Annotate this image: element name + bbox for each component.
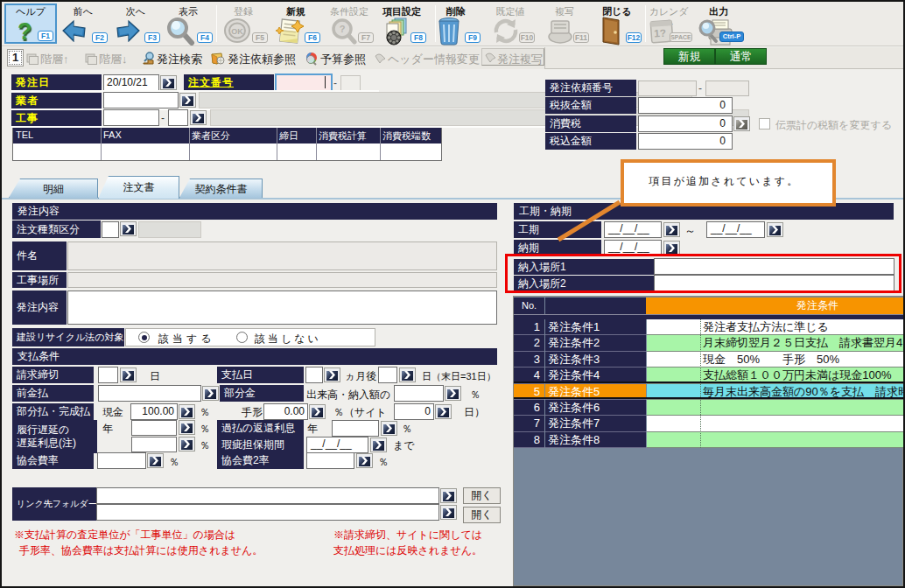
svg-text:?: ?	[340, 24, 346, 34]
svg-text:1?: 1?	[654, 27, 667, 40]
svg-text:OK: OK	[231, 27, 243, 36]
